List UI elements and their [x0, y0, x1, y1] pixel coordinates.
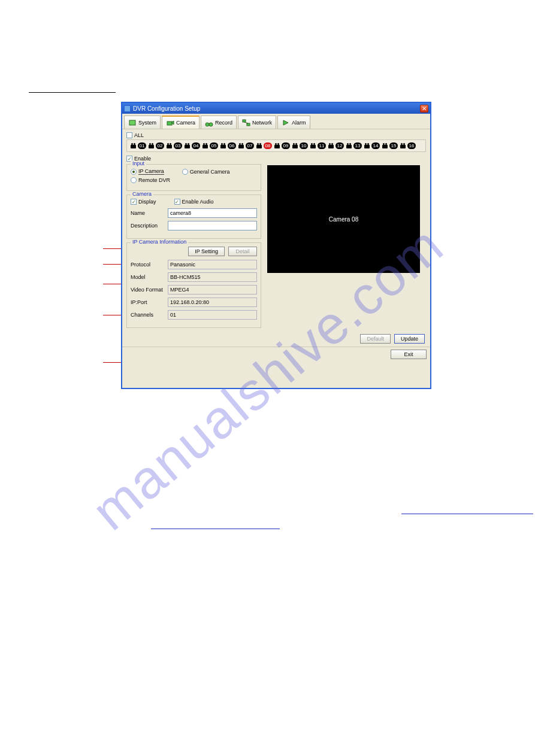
tab-label: System [138, 120, 156, 126]
camcorder-icon [363, 142, 371, 149]
description-input[interactable] [168, 221, 257, 230]
preview-text: Camera 08 [329, 216, 358, 223]
group-title: IP Camera Information [131, 239, 188, 245]
close-icon: ✕ [422, 105, 427, 112]
camcorder-icon [237, 142, 245, 149]
camera-chip[interactable]: 02 [147, 142, 164, 149]
camera-number: 03 [174, 142, 182, 149]
svg-rect-5 [243, 120, 246, 122]
camcorder-icon [201, 142, 209, 149]
tab-network[interactable]: Network [238, 116, 276, 129]
remote-dvr-radio[interactable] [131, 177, 137, 183]
camcorder-icon [273, 142, 281, 149]
model-field [168, 272, 257, 282]
camera-chip[interactable]: 04 [183, 142, 200, 149]
camera-preview: Camera 08 [267, 165, 420, 273]
camera-number: 13 [353, 142, 362, 149]
enable-audio-checkbox[interactable]: ✓ [174, 199, 180, 205]
display-checkbox[interactable]: ✓ [131, 199, 137, 205]
description-label: Description [131, 223, 164, 229]
camera-chip[interactable]: 07 [237, 142, 254, 149]
exit-button[interactable]: Exit [391, 350, 427, 359]
camcorder-icon [399, 142, 407, 149]
tab-record[interactable]: Record [201, 116, 237, 129]
camera-number: 16 [407, 142, 416, 149]
camera-number: 05 [210, 142, 218, 149]
all-checkbox[interactable] [126, 132, 132, 138]
camera-number: 04 [192, 142, 200, 149]
model-label: Model [131, 274, 164, 280]
camcorder-icon [255, 142, 263, 149]
svg-rect-6 [247, 123, 250, 126]
alarm-icon [282, 119, 290, 127]
camcorder-icon [219, 142, 227, 149]
camera-number: 11 [318, 142, 326, 149]
camera-number: 07 [246, 142, 254, 149]
close-button[interactable]: ✕ [420, 105, 428, 113]
system-icon [128, 119, 137, 127]
video-format-field [168, 285, 257, 294]
tab-system[interactable]: System [124, 116, 161, 129]
group-title: Camera [131, 191, 153, 197]
display-label: Display [138, 199, 156, 205]
camera-chip[interactable]: 06 [219, 142, 236, 149]
camera-chip[interactable]: 16 [399, 142, 416, 149]
channels-label: Channels [131, 312, 164, 318]
app-icon [124, 105, 131, 112]
ip-port-label: IP:Port [131, 299, 164, 305]
camera-number: 12 [335, 142, 344, 149]
camera-chip[interactable]: 10 [291, 142, 308, 149]
channels-field [168, 310, 257, 320]
tab-label: Camera [176, 120, 195, 126]
camcorder-icon [309, 142, 317, 149]
camcorder-icon [327, 142, 335, 149]
config-window: DVR Configuration Setup ✕ System Camera … [121, 102, 431, 389]
camera-number: 09 [282, 142, 290, 149]
ip-camera-radio[interactable] [131, 169, 137, 175]
titlebar[interactable]: DVR Configuration Setup ✕ [122, 103, 430, 114]
general-camera-label: General Camera [190, 169, 230, 175]
camcorder-icon [147, 142, 155, 149]
camera-chip[interactable]: 11 [309, 142, 326, 149]
ip-camera-info-group: IP Camera Information IP Setting Detail … [126, 242, 261, 328]
ip-setting-button[interactable]: IP Setting [188, 247, 225, 256]
update-button[interactable]: Update [394, 334, 425, 344]
page-link-underline-1 [401, 513, 533, 514]
network-icon [242, 119, 250, 127]
camera-chip[interactable]: 09 [273, 142, 290, 149]
camera-chip[interactable]: 15 [381, 142, 398, 149]
protocol-field [168, 260, 257, 269]
default-button[interactable]: Default [360, 334, 391, 344]
protocol-label: Protocol [131, 262, 164, 268]
tab-alarm[interactable]: Alarm [277, 116, 310, 129]
remote-dvr-label: Remote DVR [138, 177, 170, 183]
camera-chip[interactable]: 12 [327, 142, 344, 149]
name-input[interactable] [168, 208, 257, 218]
camcorder-icon [129, 142, 137, 149]
camera-number: 10 [300, 142, 308, 149]
camera-chip[interactable]: 14 [363, 142, 380, 149]
tab-label: Record [215, 120, 232, 126]
detail-button[interactable]: Detail [228, 247, 257, 256]
window-title: DVR Configuration Setup [133, 105, 420, 112]
camera-chip[interactable]: 13 [345, 142, 362, 149]
group-title: Input [131, 160, 146, 166]
camera-chip[interactable]: 01 [129, 142, 146, 149]
tab-label: Network [252, 120, 272, 126]
camera-number: 14 [371, 142, 380, 149]
camera-chip[interactable]: 08 [255, 142, 272, 149]
page-link-underline-2 [151, 528, 280, 529]
camera-number: 02 [156, 142, 164, 149]
camera-chip[interactable]: 05 [201, 142, 218, 149]
camcorder-icon [291, 142, 299, 149]
camcorder-icon [381, 142, 389, 149]
camera-number: 06 [228, 142, 236, 149]
tab-camera[interactable]: Camera [162, 116, 200, 129]
enable-audio-label: Enable Audio [182, 199, 214, 205]
svg-point-4 [209, 123, 213, 126]
camera-number: 08 [264, 142, 272, 149]
camera-chip[interactable]: 03 [165, 142, 182, 149]
general-camera-radio[interactable] [182, 169, 188, 175]
video-format-label: Video Format [131, 287, 164, 293]
svg-rect-1 [167, 122, 172, 125]
